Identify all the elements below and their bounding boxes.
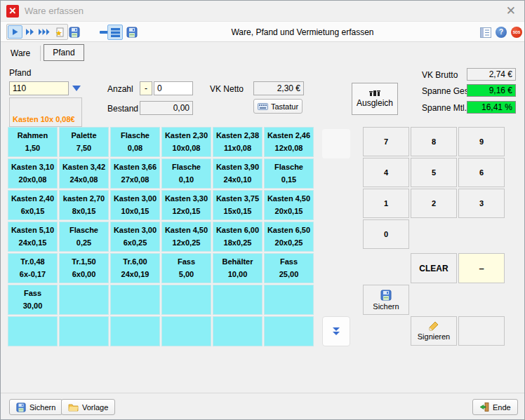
pfand-item-label: Fass bbox=[280, 256, 298, 268]
notes-icon bbox=[480, 27, 491, 38]
pfand-item-button[interactable]: Kasten 3,7515x0,15 bbox=[213, 190, 262, 220]
pfand-item-button[interactable]: Flasche0,08 bbox=[110, 127, 160, 157]
pfand-item-label: Kasten 5,10 bbox=[11, 224, 54, 236]
pfand-item-label: 30,00 bbox=[23, 300, 43, 312]
pfand-item-label: 27x0,08 bbox=[121, 174, 149, 186]
list-icon bbox=[111, 28, 120, 37]
pfand-item-label: 20x0,25 bbox=[275, 237, 303, 249]
spanne-ges-label: Spanne Ges. bbox=[422, 86, 471, 96]
notes-button[interactable] bbox=[478, 25, 493, 40]
tastatur-button[interactable]: Tastatur bbox=[253, 99, 303, 114]
double-chevron-down-icon bbox=[331, 327, 341, 336]
pfand-item-button bbox=[161, 316, 211, 346]
pfand-item-button bbox=[8, 316, 58, 346]
anzahl-input[interactable]: 0 bbox=[154, 81, 193, 95]
pfand-item-button[interactable]: Behälter10,00 bbox=[213, 253, 262, 283]
pfand-item-label: Palette bbox=[71, 130, 96, 142]
pfand-item-button[interactable]: Kasten 3,9024x0,10 bbox=[213, 158, 262, 189]
keypad-key-1[interactable]: 1 bbox=[363, 189, 409, 218]
pfand-item-button[interactable]: Palette7,50 bbox=[59, 127, 109, 157]
pfand-item-label: 24x0,15 bbox=[19, 237, 47, 249]
pfand-item-button[interactable]: Kasten 5,1024x0,15 bbox=[8, 222, 58, 252]
pfand-item-button[interactable]: Rahmen1,50 bbox=[8, 127, 58, 157]
ware-erfassen-window: ✕ Ware erfassen ✕ ★ bbox=[0, 0, 525, 420]
save-list-button[interactable] bbox=[124, 25, 140, 40]
pfand-item-button[interactable]: Kasten 3,006x0,25 bbox=[110, 222, 160, 252]
toolbar-caption: Ware, Pfand und Vermietung erfassen bbox=[204, 27, 401, 37]
vk-brutto-field: 2,74 € bbox=[467, 68, 516, 81]
tab-pfand[interactable]: Pfand bbox=[44, 44, 84, 61]
pfand-item-label: 12x0,08 bbox=[275, 142, 303, 154]
signieren-button[interactable]: Signieren bbox=[411, 316, 457, 346]
keypad-key-6[interactable]: 6 bbox=[458, 158, 505, 187]
numeric-keypad: 7894561230 bbox=[363, 127, 505, 249]
floppy-icon bbox=[380, 290, 392, 301]
list-view-button[interactable] bbox=[107, 25, 123, 40]
tab-ware[interactable]: Ware bbox=[4, 46, 41, 61]
new-favorite-icon[interactable]: ★ bbox=[52, 25, 67, 39]
fast-forward-icon[interactable] bbox=[22, 25, 37, 39]
save-toolbar-button[interactable] bbox=[67, 25, 82, 40]
pfand-item-button bbox=[264, 285, 314, 315]
pfand-item-button[interactable]: Kasten 2,3010x0,08 bbox=[161, 127, 211, 157]
keypad-key-8[interactable]: 8 bbox=[411, 127, 457, 156]
pfand-item-button[interactable]: Flasche0,15 bbox=[264, 158, 314, 189]
anzahl-minus-button[interactable]: - bbox=[140, 81, 152, 95]
pfand-item-button[interactable]: Kasten 2,3811x0,08 bbox=[213, 127, 262, 157]
keypad-key-7[interactable]: 7 bbox=[363, 127, 409, 156]
keypad-key-4[interactable]: 4 bbox=[363, 158, 409, 187]
skip-forward-icon[interactable] bbox=[37, 25, 52, 39]
pfand-number-input[interactable]: 110 bbox=[9, 81, 69, 95]
pfand-item-label: 20x0,15 bbox=[275, 205, 303, 217]
vorlage-button[interactable]: Vorlage bbox=[61, 399, 115, 415]
pfand-item-button[interactable]: Fass25,00 bbox=[264, 253, 314, 283]
play-icon[interactable] bbox=[8, 25, 22, 39]
close-icon[interactable]: ✕ bbox=[506, 4, 516, 18]
pfand-item-button[interactable]: Kasten 3,1020x0,08 bbox=[8, 158, 58, 189]
ausgleich-button[interactable]: Ausgleich bbox=[352, 83, 398, 115]
pfand-item-button[interactable]: Kasten 2,406x0,15 bbox=[8, 190, 58, 220]
pfand-item-button[interactable]: Fass5,00 bbox=[161, 253, 211, 283]
keypad-key-2[interactable]: 2 bbox=[411, 189, 457, 218]
sichern-panel-button[interactable]: Sichern bbox=[363, 285, 409, 315]
pfand-item-button[interactable]: Kasten 3,4224x0,08 bbox=[59, 158, 109, 189]
footer-sichern-button[interactable]: Sichern bbox=[9, 399, 62, 415]
keypad-key-0[interactable]: 0 bbox=[363, 219, 409, 249]
grid-scroll-down-button[interactable] bbox=[322, 316, 350, 346]
pfand-item-button[interactable]: Kasten 3,0010x0,15 bbox=[110, 190, 160, 220]
keypad-key-5[interactable]: 5 bbox=[411, 158, 457, 187]
pfand-item-label: 11x0,08 bbox=[224, 142, 251, 154]
pfand-item-button[interactable]: Kasten 6,0018x0,25 bbox=[213, 222, 262, 252]
keypad-key-3[interactable]: 3 bbox=[458, 189, 505, 218]
pfand-item-label: Kasten 4,50 bbox=[267, 193, 310, 205]
sos-button[interactable]: SOS bbox=[509, 25, 524, 40]
pfand-item-button[interactable]: Kasten 3,6627x0,08 bbox=[110, 158, 160, 189]
pfand-item-button[interactable]: Fass30,00 bbox=[8, 285, 58, 315]
pfand-item-button[interactable]: Kasten 6,5020x0,25 bbox=[264, 222, 314, 252]
clear-button[interactable]: CLEAR bbox=[411, 253, 457, 283]
pfand-item-button[interactable]: kasten 2,708x0,15 bbox=[59, 190, 109, 220]
pfand-item-button[interactable]: Flasche0,25 bbox=[59, 222, 109, 252]
pfand-item-button[interactable]: Kasten 4,5020x0,15 bbox=[264, 190, 314, 220]
pfand-item-button[interactable]: Flasche0,10 bbox=[161, 158, 211, 189]
pfand-item-button[interactable]: Kasten 4,5012x0,25 bbox=[161, 222, 211, 252]
pfand-item-label: 0,08 bbox=[128, 142, 142, 154]
sichern-panel-label: Sichern bbox=[373, 302, 399, 311]
help-button[interactable]: ? bbox=[493, 25, 509, 40]
keypad-key-9[interactable]: 9 bbox=[458, 127, 505, 156]
grid-scroll-up-button[interactable] bbox=[322, 129, 350, 158]
pfand-item-button[interactable]: Tr.1,506x0,00 bbox=[59, 253, 109, 283]
keypad-minus-button[interactable]: – bbox=[458, 253, 505, 283]
anzahl-label: Anzahl bbox=[107, 84, 133, 94]
pfand-item-button[interactable]: Kasten 3,3012x0,15 bbox=[161, 190, 211, 220]
pfand-dropdown-button[interactable] bbox=[69, 83, 84, 94]
pfand-item-button[interactable]: Kasten 2,4612x0,08 bbox=[264, 127, 314, 157]
pfand-item-label: Flasche bbox=[274, 161, 303, 173]
pfand-item-button[interactable]: Tr.0,486x-0,17 bbox=[8, 253, 58, 283]
pfand-item-button[interactable]: Tr.6,0024x0,19 bbox=[110, 253, 160, 283]
pfand-info-text: Kasten 10x 0,08€ bbox=[13, 115, 75, 123]
ende-button[interactable]: Ende bbox=[472, 399, 518, 415]
empty-panel-button[interactable] bbox=[458, 316, 505, 346]
toolbar: ★ bbox=[1, 22, 524, 42]
fast-forward-icon-glyph bbox=[25, 28, 35, 36]
